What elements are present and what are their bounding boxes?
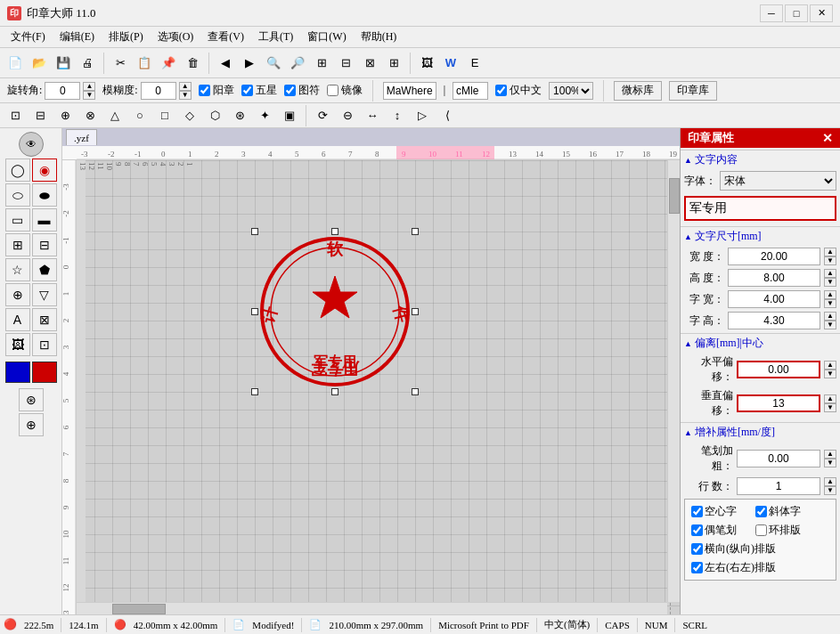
char-height-down[interactable]: ▼ xyxy=(824,321,836,329)
handle-mr[interactable] xyxy=(412,308,419,315)
lines-input[interactable] xyxy=(737,477,820,495)
rotation-up[interactable]: ▲ xyxy=(83,82,95,91)
height-down[interactable]: ▼ xyxy=(824,278,836,287)
fake-bold-checkbox[interactable]: 偶笔划 xyxy=(691,523,754,538)
zoom-select[interactable]: 100% 75% 50% 125% 150% xyxy=(549,82,593,100)
rotation-input[interactable]: 0 xyxy=(45,82,80,100)
copy-button[interactable]: 📋 xyxy=(133,52,156,75)
char-height-input[interactable] xyxy=(728,312,820,329)
import-excel-button[interactable]: E xyxy=(463,52,486,75)
tool-rect2[interactable]: ▬ xyxy=(32,208,57,232)
micro-library-button[interactable]: 微标库 xyxy=(614,81,662,101)
open-button[interactable]: 📂 xyxy=(28,52,51,75)
menu-help[interactable]: 帮助(H) xyxy=(354,28,404,46)
rotation-down[interactable]: ▼ xyxy=(83,91,95,100)
h-offset-down[interactable]: ▼ xyxy=(824,370,836,378)
grid-button[interactable]: ⊠ xyxy=(358,52,381,75)
lr-checkbox[interactable]: 左右(右左)排版 xyxy=(691,560,776,575)
font-field-2[interactable] xyxy=(453,82,488,100)
char-height-up[interactable]: ▲ xyxy=(824,312,836,321)
menu-edit[interactable]: 编辑(E) xyxy=(53,28,102,46)
handle-br[interactable] xyxy=(412,388,419,395)
pen-up[interactable]: ▲ xyxy=(824,450,836,459)
tool-img1[interactable]: 🖼 xyxy=(5,333,30,356)
tool-star[interactable]: ☆ xyxy=(5,258,30,281)
handle-tl[interactable] xyxy=(251,228,258,235)
tool-rect[interactable]: ▭ xyxy=(5,208,30,232)
new-button[interactable]: 📄 xyxy=(4,52,27,75)
prev-button[interactable]: ◀ xyxy=(214,52,237,75)
import-img-button[interactable]: 🖼 xyxy=(415,52,438,75)
tb2-btn2[interactable]: ⊟ xyxy=(29,104,52,127)
tb2-btn6[interactable]: ○ xyxy=(128,104,151,127)
close-button[interactable]: ✕ xyxy=(810,4,833,22)
tb2-btn5[interactable]: △ xyxy=(103,104,126,127)
v-offset-input[interactable] xyxy=(737,394,820,412)
scrollbar-vertical[interactable] xyxy=(667,160,680,602)
color-blue[interactable] xyxy=(5,362,30,383)
menu-tools[interactable]: 工具(T) xyxy=(251,28,300,46)
tb2-btn14[interactable]: ⊖ xyxy=(336,104,359,127)
tb2-btn7[interactable]: □ xyxy=(153,104,176,127)
tb2-btn17[interactable]: ▷ xyxy=(411,104,434,127)
tb2-btn3[interactable]: ⊕ xyxy=(53,104,77,127)
pen-input[interactable] xyxy=(737,450,820,467)
scrollbar-horizontal[interactable] xyxy=(77,602,667,614)
zoom-out-button[interactable]: 🔎 xyxy=(286,52,309,75)
menu-window[interactable]: 窗口(W) xyxy=(300,28,353,46)
v-offset-down[interactable]: ▼ xyxy=(824,403,836,412)
handle-tr[interactable] xyxy=(412,228,419,235)
tool-grid1[interactable]: ⊞ xyxy=(5,233,30,256)
font-field-1[interactable] xyxy=(383,82,436,100)
tb2-btn13[interactable]: ⟳ xyxy=(311,104,334,127)
tb2-btn1[interactable]: ⊡ xyxy=(4,104,27,127)
zoom-in-button[interactable]: 🔍 xyxy=(262,52,285,75)
circle-layout-checkbox[interactable]: 环排版 xyxy=(755,523,818,538)
yangzhang-checkbox[interactable]: 阳章 xyxy=(199,83,234,98)
next-button[interactable]: ▶ xyxy=(238,52,261,75)
cut-button[interactable]: ✂ xyxy=(109,52,132,75)
handle-ml[interactable] xyxy=(251,308,258,315)
tb2-btn10[interactable]: ⊛ xyxy=(228,104,251,127)
menu-options[interactable]: 选项(O) xyxy=(151,28,201,46)
stamp-wrapper[interactable]: 软 计 件 用专军 xyxy=(255,232,415,392)
horizontal-checkbox[interactable]: 横向(纵向)排版 xyxy=(691,541,776,557)
color-red[interactable] xyxy=(32,362,57,383)
tb2-btn11[interactable]: ✦ xyxy=(253,104,276,127)
v-offset-up[interactable]: ▲ xyxy=(824,394,836,403)
menu-file[interactable]: 文件(F) xyxy=(4,28,53,46)
tb2-btn15[interactable]: ↔ xyxy=(361,104,384,127)
eye-icon[interactable]: 👁 xyxy=(19,132,44,157)
import-word-button[interactable]: W xyxy=(439,52,462,75)
paste-button[interactable]: 📌 xyxy=(157,52,180,75)
tool-text2[interactable]: ⊠ xyxy=(32,308,57,331)
menu-view[interactable]: 查看(V) xyxy=(200,28,251,46)
pen-down[interactable]: ▼ xyxy=(824,459,836,467)
save-button[interactable]: 💾 xyxy=(52,52,75,75)
italic-checkbox[interactable]: 斜体字 xyxy=(755,504,818,519)
tb2-btn18[interactable]: ⟨ xyxy=(436,104,459,127)
height-input[interactable] xyxy=(728,269,820,287)
width-up[interactable]: ▲ xyxy=(824,248,836,256)
tb2-btn12[interactable]: ▣ xyxy=(278,104,301,127)
canvas-content[interactable]: 软 计 件 用专军 xyxy=(77,160,680,614)
height-up[interactable]: ▲ xyxy=(824,269,836,278)
actual-size-button[interactable]: ⊟ xyxy=(334,52,357,75)
delete-button[interactable]: 🗑 xyxy=(181,52,204,75)
tool-extra1[interactable]: ⊛ xyxy=(19,388,44,411)
tb2-btn8[interactable]: ◇ xyxy=(178,104,201,127)
tool-img2[interactable]: ⊡ xyxy=(32,333,57,356)
h-offset-input[interactable] xyxy=(737,361,820,378)
mirror-checkbox[interactable]: 镜像 xyxy=(327,83,363,98)
text-content-input[interactable] xyxy=(684,196,836,221)
tool-extra2[interactable]: ⊕ xyxy=(19,413,44,436)
tool-arrow2[interactable]: ▽ xyxy=(32,283,57,306)
char-width-down[interactable]: ▼ xyxy=(824,299,836,308)
font-select[interactable]: 宋体 xyxy=(720,171,836,191)
tool-star2[interactable]: ⬟ xyxy=(32,258,57,281)
file-tab[interactable]: .yzf xyxy=(66,129,97,145)
tb2-btn4[interactable]: ⊗ xyxy=(78,104,102,127)
precision-up[interactable]: ▲ xyxy=(179,82,192,91)
canvas-viewport[interactable]: -3 -2 -1 0 1 2 3 4 5 6 7 8 9 10 11 12 13 xyxy=(62,160,680,614)
tool-text1[interactable]: A xyxy=(5,308,30,331)
